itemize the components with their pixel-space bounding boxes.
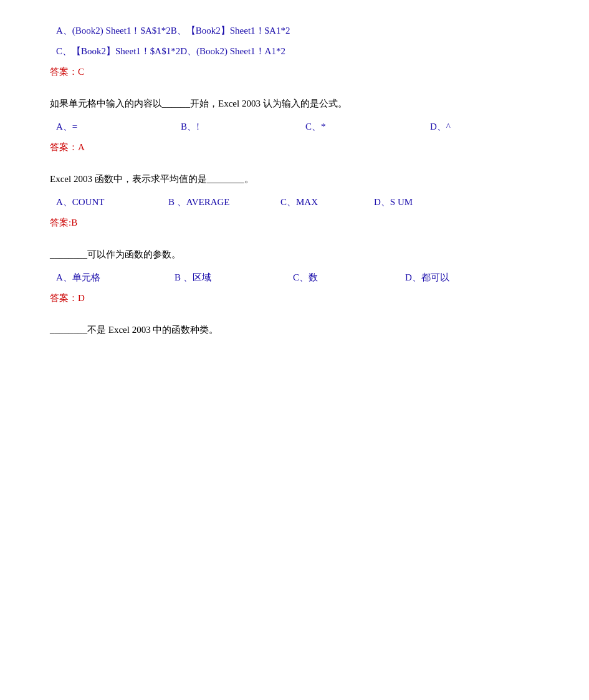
- q2-option-d: D、^: [430, 121, 555, 133]
- q3-question-text: Excel 2003 函数中，表示求平均值的是________。: [50, 171, 539, 188]
- q1-option-b: B、【Book2】Sheet1！$A1*2: [171, 25, 370, 37]
- q1-options-row2: C、【Book2】Sheet1！$A$1*2 D、(Book2) Sheet1！…: [50, 46, 539, 57]
- q2-option-b: B、!: [181, 121, 305, 133]
- q2-option-c: C、*: [305, 121, 430, 133]
- q5-question-text: ________不是 Excel 2003 中的函数种类。: [50, 322, 539, 338]
- q1-option-a: A、(Book2) Sheet1！$A$1*2: [56, 25, 171, 37]
- question-4: ________可以作为函数的参数。 A、单元格 B 、区域 C、数 D、都可以…: [50, 246, 539, 304]
- q3-answer: 答案:B: [50, 217, 539, 229]
- q3-option-b: B 、AVERAGE: [168, 196, 280, 208]
- q4-option-d: D、都可以: [405, 272, 505, 284]
- q3-option-c: C、MAX: [280, 196, 374, 208]
- q4-options-row: A、单元格 B 、区域 C、数 D、都可以: [50, 272, 539, 284]
- q1-option-d: D、(Book2) Sheet1！A1*2: [180, 46, 380, 57]
- q1-answer: 答案：C: [50, 66, 539, 78]
- q2-options-row: A、= B、! C、* D、^: [50, 121, 539, 133]
- q4-option-c: C、数: [293, 272, 405, 284]
- q3-option-a: A、COUNT: [56, 196, 168, 208]
- q2-answer: 答案：A: [50, 141, 539, 153]
- q3-option-d: D、S UM: [374, 196, 467, 208]
- q3-text: Excel 2003 函数中，表示求平均值的是________。: [50, 174, 254, 184]
- question-3: Excel 2003 函数中，表示求平均值的是________。 A、COUNT…: [50, 171, 539, 229]
- q4-question-text: ________可以作为函数的参数。: [50, 246, 539, 263]
- q1-option-c: C、【Book2】Sheet1！$A$1*2: [56, 46, 180, 57]
- q4-option-b: B 、区域: [175, 272, 293, 284]
- question-1-options: A、(Book2) Sheet1！$A$1*2 B、【Book2】Sheet1！…: [50, 25, 539, 78]
- q4-option-a: A、单元格: [56, 272, 175, 284]
- q2-question-text: 如果单元格中输入的内容以______开始，Excel 2003 认为输入的是公式…: [50, 95, 539, 112]
- q2-option-a: A、=: [56, 121, 181, 133]
- q3-options-row: A、COUNT B 、AVERAGE C、MAX D、S UM: [50, 196, 539, 208]
- question-2: 如果单元格中输入的内容以______开始，Excel 2003 认为输入的是公式…: [50, 95, 539, 153]
- question-5: ________不是 Excel 2003 中的函数种类。: [50, 322, 539, 338]
- q1-options-row1: A、(Book2) Sheet1！$A$1*2 B、【Book2】Sheet1！…: [50, 25, 539, 37]
- q2-text: 如果单元格中输入的内容以______开始，Excel 2003 认为输入的是公式…: [50, 98, 347, 108]
- q4-text: ________可以作为函数的参数。: [50, 249, 181, 259]
- q5-text: ________不是 Excel 2003 中的函数种类。: [50, 325, 218, 335]
- q4-answer: 答案：D: [50, 292, 539, 304]
